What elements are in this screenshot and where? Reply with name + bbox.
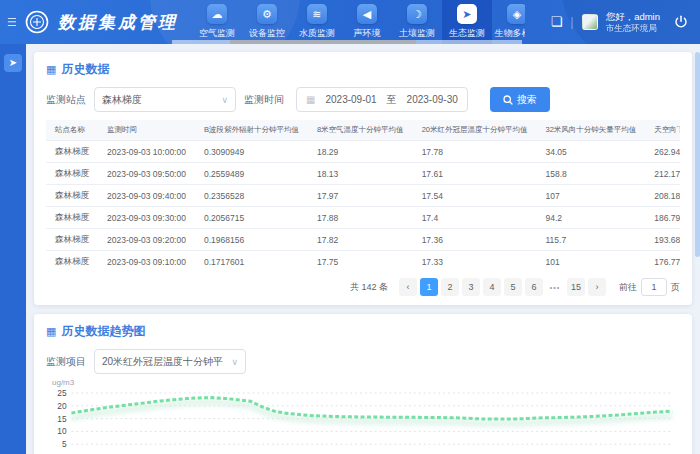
history-data-card: ▦ 历史数据 监测站点 森林梯度 ∨ 监测时间 ▦ 2023-09-01 至 2… <box>34 52 692 305</box>
column-header: 8米空气温度十分钟平均值 <box>308 120 413 141</box>
logout-power-icon[interactable] <box>674 15 688 29</box>
page-button-15[interactable]: 15 <box>567 278 585 296</box>
table-cell: 0.3090949 <box>195 141 308 163</box>
column-header: 32米风向十分钟矢量平均值 <box>536 120 645 141</box>
table-cell: 2023-09-03 09:40:00 <box>98 185 195 207</box>
table-row[interactable]: 森林梯度2023-09-03 09:30:000.205671517.8817.… <box>46 207 680 229</box>
page-button-2[interactable]: 2 <box>441 278 459 296</box>
page-button-1[interactable]: 1 <box>420 278 438 296</box>
column-header: B波段紫外辐射十分钟平均值 <box>195 120 308 141</box>
table-row[interactable]: 森林梯度2023-09-03 10:00:000.309094918.2917.… <box>46 141 680 163</box>
fullscreen-icon[interactable]: ❏ <box>551 14 563 29</box>
content: ▦ 历史数据 监测站点 森林梯度 ∨ 监测时间 ▦ 2023-09-01 至 2… <box>26 44 700 454</box>
user-organization: 市生态环境局 <box>606 23 660 33</box>
table-cell: 森林梯度 <box>46 207 98 229</box>
history-card-header: ▦ 历史数据 <box>46 61 680 78</box>
date-range-picker[interactable]: ▦ 2023-09-01 至 2023-09-30 <box>296 87 468 112</box>
chart-unit-label: ug/m3 <box>52 378 680 387</box>
table-body: 森林梯度2023-09-03 10:00:000.309094918.2917.… <box>46 141 680 272</box>
table-cell: 208.189 <box>645 185 680 207</box>
item-label: 监测项目 <box>46 355 86 369</box>
svg-text:5: 5 <box>62 439 67 449</box>
table-cell: 17.4 <box>413 207 537 229</box>
main-area: ➤ ▦ 历史数据 监测站点 森林梯度 ∨ 监测时间 ▦ 2023-09-01 至 <box>0 44 700 454</box>
svg-text:25: 25 <box>57 388 67 398</box>
page-button-5[interactable]: 5 <box>504 278 522 296</box>
monitor-item-select[interactable]: 20米红外冠层温度十分钟平 ∨ <box>94 349 246 374</box>
table-cell: 森林梯度 <box>46 229 98 251</box>
nav-scrollbar-thumb[interactable] <box>230 40 416 44</box>
history-table-scroll[interactable]: 站点名称监测时间B波段紫外辐射十分钟平均值8米空气温度十分钟平均值20米红外冠层… <box>46 120 680 271</box>
search-button[interactable]: 搜索 <box>490 87 550 112</box>
avatar[interactable] <box>582 14 598 30</box>
table-cell: 101 <box>536 251 645 272</box>
table-row[interactable]: 森林梯度2023-09-03 09:50:000.255948918.1317.… <box>46 163 680 185</box>
table-cell: 158.8 <box>536 163 645 185</box>
svg-text:15: 15 <box>57 414 67 424</box>
table-cell: 17.61 <box>413 163 537 185</box>
column-header: 站点名称 <box>46 120 98 141</box>
table-cell: 2023-09-03 09:50:00 <box>98 163 195 185</box>
nav-scrollbar[interactable] <box>172 40 522 44</box>
page-button-3[interactable]: 3 <box>462 278 480 296</box>
table-row[interactable]: 森林梯度2023-09-03 09:40:000.235652817.9717.… <box>46 185 680 207</box>
air-monitoring-icon: ☁ <box>207 4 227 24</box>
search-icon <box>503 95 513 105</box>
column-header: 20米红外冠层温度十分钟平均值 <box>413 120 537 141</box>
user-greeting: 您好，admin <box>606 11 660 22</box>
next-page-button[interactable]: › <box>588 278 606 296</box>
table-cell: 115.7 <box>536 229 645 251</box>
svg-text:20: 20 <box>57 401 67 411</box>
page-ellipsis[interactable]: ••• <box>546 278 564 296</box>
goto-page-input[interactable] <box>641 278 667 296</box>
history-table: 站点名称监测时间B波段紫外辐射十分钟平均值8米空气温度十分钟平均值20米红外冠层… <box>46 120 680 271</box>
trend-title: 历史数据趋势图 <box>61 323 145 340</box>
chevron-down-icon: ∨ <box>221 95 228 105</box>
date-end-value: 2023-09-30 <box>407 94 458 105</box>
table-cell: 18.29 <box>308 141 413 163</box>
sound-environment-icon: ◀ <box>357 4 377 24</box>
table-cell: 17.88 <box>308 207 413 229</box>
user-info: 您好，admin 市生态环境局 <box>606 11 660 33</box>
nav-item-sound[interactable]: ◀ 声环境 <box>342 0 392 44</box>
nav-item-soil[interactable]: ☽ 土壤监测 <box>392 0 442 44</box>
time-label: 监测时间 <box>244 93 284 107</box>
table-cell: 193.6898 <box>645 229 680 251</box>
table-cell: 森林梯度 <box>46 141 98 163</box>
prev-page-button[interactable]: ‹ <box>399 278 417 296</box>
nav-item-bio[interactable]: ◈ 生物多样性 <box>492 0 525 44</box>
nav-item-device[interactable]: ⚙ 设备监控 <box>242 0 292 44</box>
trend-line-chart: 051015202509-02 10:3009-02 12:5009-02 15… <box>46 387 680 454</box>
nav-item-water[interactable]: ≋ 水质监测 <box>292 0 342 44</box>
table-cell: 262.9448 <box>645 141 680 163</box>
table-cell: 186.7904 <box>645 207 680 229</box>
table-cell: 17.33 <box>413 251 537 272</box>
topbar: ☰ 数据集成管理 ☁ 空气监测 ⚙ 设备监控 ≋ 水质监测 ◀ 声环境 ☽ 土壤… <box>0 0 700 44</box>
nav-item-eco[interactable]: ➤ 生态监测 <box>442 0 492 44</box>
trend-filter-row: 监测项目 20米红外冠层温度十分钟平 ∨ <box>46 349 680 374</box>
trend-card-header: ▦ 历史数据趋势图 <box>46 323 680 340</box>
water-quality-icon: ≋ <box>307 4 327 24</box>
nav-item-air[interactable]: ☁ 空气监测 <box>192 0 242 44</box>
station-select[interactable]: 森林梯度 ∨ <box>94 87 236 112</box>
grid-section-icon: ▦ <box>46 325 56 338</box>
topbar-user-area: ❏ | 您好，admin 市生态环境局 <box>551 11 700 33</box>
page-scrollbar-thumb[interactable] <box>695 52 700 257</box>
calendar-icon: ▦ <box>306 94 315 105</box>
table-cell: 94.2 <box>536 207 645 229</box>
goto-suffix: 页 <box>671 281 680 294</box>
sidebar-eco-monitoring-icon[interactable]: ➤ <box>4 54 22 72</box>
menu-icon[interactable]: ☰ <box>7 16 17 29</box>
table-cell: 0.2056715 <box>195 207 308 229</box>
table-cell: 森林梯度 <box>46 163 98 185</box>
goto-label: 前往 <box>619 281 637 294</box>
table-cell: 18.13 <box>308 163 413 185</box>
table-cell: 17.54 <box>413 185 537 207</box>
table-cell: 17.82 <box>308 229 413 251</box>
page-button-6[interactable]: 6 <box>525 278 543 296</box>
pagination-pages: 123456•••15 <box>420 278 585 296</box>
table-row[interactable]: 森林梯度2023-09-03 09:10:000.171760117.7517.… <box>46 251 680 272</box>
table-row[interactable]: 森林梯度2023-09-03 09:20:000.196815617.8217.… <box>46 229 680 251</box>
page-button-4[interactable]: 4 <box>483 278 501 296</box>
chevron-down-icon: ∨ <box>231 357 238 367</box>
